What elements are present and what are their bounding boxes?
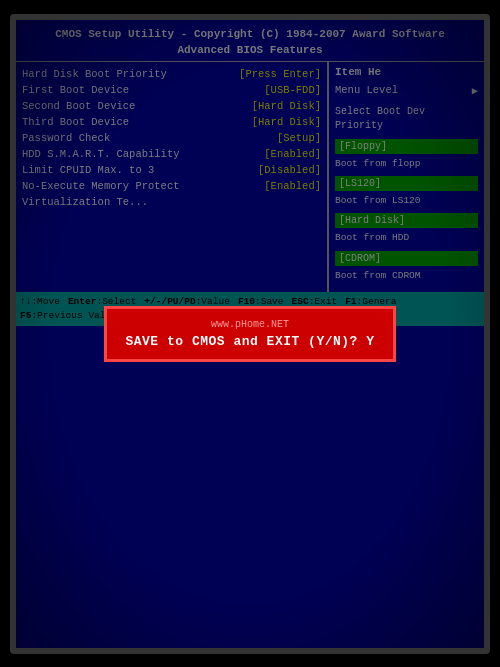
bios-screen: CMOS Setup Utility - Copyright (C) 1984-… (16, 20, 484, 648)
watermark-text: www.pHome.NET (125, 319, 374, 330)
modal-overlay: www.pHome.NET SAVE to CMOS and EXIT (Y/N… (16, 20, 484, 648)
monitor-bezel: CMOS Setup Utility - Copyright (C) 1984-… (10, 14, 490, 654)
save-exit-dialog: www.pHome.NET SAVE to CMOS and EXIT (Y/N… (104, 306, 395, 362)
modal-prompt: SAVE to CMOS and EXIT (Y/N)? Y (125, 334, 374, 349)
